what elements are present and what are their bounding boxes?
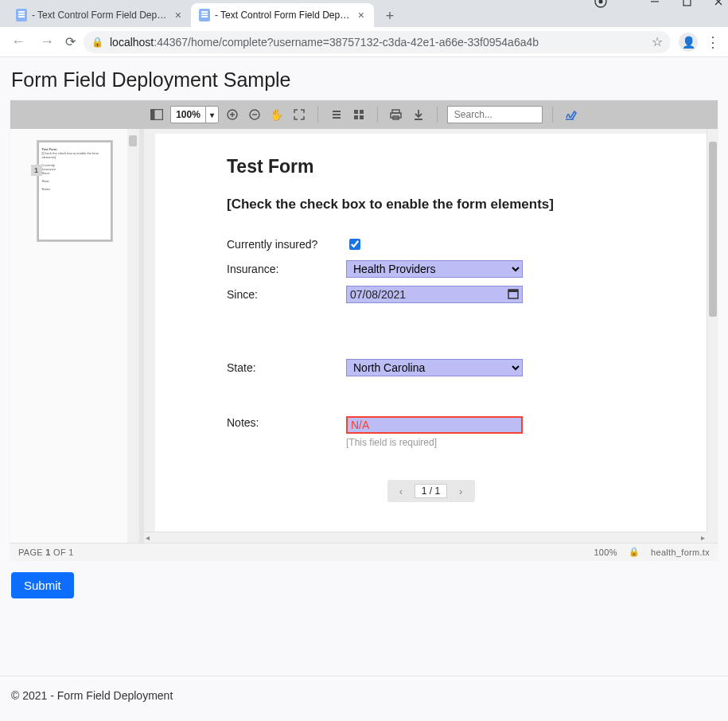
chevron-down-icon[interactable]: ▾ bbox=[205, 107, 218, 123]
pan-button[interactable]: ✋ bbox=[268, 106, 286, 123]
back-button[interactable]: ← bbox=[8, 30, 29, 53]
tab-title: - Text Control Form Field Deploy bbox=[32, 10, 169, 21]
calendar-icon[interactable] bbox=[508, 288, 519, 302]
address-bar[interactable]: 🔒 localhost:44367/home/complete?username… bbox=[84, 31, 671, 53]
pager-prev-button[interactable]: ‹ bbox=[392, 482, 410, 500]
reload-button[interactable]: ⟳ bbox=[65, 34, 76, 49]
toggle-sidebar-button[interactable] bbox=[148, 106, 165, 123]
browser-chrome: - Text Control Form Field Deploy × - Tex… bbox=[0, 0, 728, 27]
zoom-select[interactable]: 100% ▾ bbox=[170, 106, 219, 123]
status-page-indicator: PAGE 1 OF 1 bbox=[18, 548, 74, 557]
browser-tab-inactive[interactable]: - Text Control Form Field Deploy × bbox=[8, 3, 191, 27]
label-since: Since: bbox=[227, 288, 346, 301]
sign-button[interactable] bbox=[563, 106, 580, 123]
thumbnail-page-number: 1 bbox=[31, 165, 42, 176]
svg-rect-3 bbox=[683, 0, 691, 6]
close-tab-icon[interactable]: × bbox=[356, 9, 366, 21]
svg-point-1 bbox=[599, 0, 603, 4]
since-date-value: 07/08/2021 bbox=[350, 288, 406, 301]
svg-rect-18 bbox=[354, 115, 358, 119]
tab-favicon-icon bbox=[16, 9, 27, 21]
tab-title: - Text Control Form Field Deploy bbox=[215, 10, 352, 21]
viewer-statusbar: PAGE 1 OF 1 100% 🔒 health_form.tx bbox=[10, 543, 718, 560]
maximize-button[interactable] bbox=[680, 0, 693, 8]
insured-checkbox[interactable] bbox=[349, 239, 360, 250]
state-select[interactable]: North Carolina bbox=[346, 359, 523, 376]
fullscreen-button[interactable] bbox=[290, 106, 308, 123]
page-title: Form Field Deployment Sample bbox=[0, 57, 728, 99]
browser-tab-active[interactable]: - Text Control Form Field Deploy × bbox=[191, 3, 374, 27]
url-text: localhost:44367/home/complete?username=3… bbox=[110, 36, 539, 49]
zoom-out-button[interactable] bbox=[246, 106, 263, 123]
status-filename: health_form.tx bbox=[651, 548, 710, 557]
form-pager: ‹ 1 / 1 › bbox=[387, 480, 475, 502]
search-input[interactable] bbox=[453, 108, 537, 121]
page-thumbnail[interactable]: 1 Test Form[Check the check box to enabl… bbox=[37, 140, 113, 242]
thumbnail-scrollbar[interactable] bbox=[127, 129, 138, 543]
download-button[interactable] bbox=[410, 106, 427, 123]
bookmark-star-icon[interactable]: ☆ bbox=[652, 34, 663, 49]
new-tab-button[interactable]: + bbox=[379, 5, 401, 27]
document-area: Test Form [Check the check box to enable… bbox=[144, 129, 718, 543]
toolbar-divider bbox=[437, 107, 438, 123]
label-insured: Currently insured? bbox=[227, 238, 346, 251]
pager-next-button[interactable]: › bbox=[452, 482, 469, 500]
page-body: Form Field Deployment Sample 100% ▾ ✋ bbox=[0, 57, 728, 721]
toolbar-divider bbox=[377, 107, 378, 123]
label-state: State: bbox=[227, 361, 346, 374]
tab-favicon-icon bbox=[199, 9, 210, 21]
lock-icon: 🔒 bbox=[629, 547, 640, 557]
document-viewer: 100% ▾ ✋ bbox=[10, 99, 718, 561]
profile-avatar-icon[interactable]: 👤 bbox=[679, 33, 698, 52]
window-controls bbox=[617, 0, 725, 8]
vertical-scrollbar[interactable] bbox=[707, 129, 718, 532]
close-tab-icon[interactable]: × bbox=[173, 9, 183, 21]
form-title: Test Form bbox=[227, 156, 635, 177]
minimize-button[interactable] bbox=[648, 0, 661, 8]
address-bar-row: ← → ⟳ 🔒 localhost:44367/home/complete?us… bbox=[0, 27, 728, 57]
single-page-button[interactable] bbox=[328, 106, 345, 123]
tab-strip: - Text Control Form Field Deploy × - Tex… bbox=[0, 0, 728, 27]
insurance-select[interactable]: Health Providers bbox=[346, 260, 523, 278]
zoom-in-button[interactable] bbox=[224, 106, 241, 123]
viewer-toolbar: 100% ▾ ✋ bbox=[10, 100, 718, 129]
horizontal-scrollbar[interactable] bbox=[144, 532, 707, 543]
svg-rect-17 bbox=[360, 110, 364, 114]
incognito-icon bbox=[594, 0, 607, 8]
svg-rect-21 bbox=[391, 113, 401, 118]
viewer-body: 1 Test Form[Check the check box to enabl… bbox=[10, 129, 718, 543]
svg-rect-24 bbox=[508, 290, 518, 292]
label-insurance: Insurance: bbox=[227, 263, 346, 275]
page-footer: © 2021 - Form Field Deployment bbox=[0, 676, 728, 721]
close-window-button[interactable] bbox=[712, 0, 725, 8]
notes-field[interactable] bbox=[346, 416, 523, 434]
print-button[interactable] bbox=[387, 106, 405, 123]
browser-menu-icon[interactable]: ⋮ bbox=[706, 33, 720, 51]
submit-button[interactable]: Submit bbox=[11, 572, 74, 598]
svg-rect-19 bbox=[360, 115, 364, 119]
toolbar-divider bbox=[317, 107, 318, 123]
document-page: Test Form [Check the check box to enable… bbox=[155, 134, 707, 532]
pager-value: 1 / 1 bbox=[415, 484, 447, 498]
grid-view-button[interactable] bbox=[350, 106, 368, 123]
toolbar-divider bbox=[552, 107, 553, 123]
search-box[interactable] bbox=[447, 106, 543, 123]
form-instruction: [Check the check box to enable the form … bbox=[227, 197, 635, 212]
label-notes: Notes: bbox=[227, 416, 346, 429]
lock-icon: 🔒 bbox=[91, 37, 103, 48]
required-hint: [This field is required] bbox=[346, 437, 523, 448]
status-zoom: 100% bbox=[594, 548, 617, 557]
svg-rect-16 bbox=[354, 110, 358, 114]
zoom-value: 100% bbox=[171, 109, 205, 120]
submit-row: Submit bbox=[0, 561, 728, 610]
svg-rect-7 bbox=[151, 110, 155, 120]
since-date-field[interactable]: 07/08/2021 bbox=[346, 286, 523, 303]
thumbnail-panel: 1 Test Form[Check the check box to enabl… bbox=[10, 129, 139, 543]
forward-button[interactable]: → bbox=[37, 30, 57, 53]
